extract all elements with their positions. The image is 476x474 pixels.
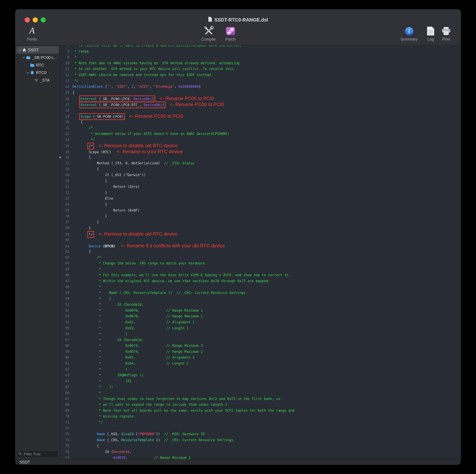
code-segment: () [154,438,164,442]
code-line[interactable]: 11 * to set another _STA method in your … [60,66,461,72]
code-line[interactable]: 38 } [60,225,461,231]
code-line[interactable]: 56 * ) [60,331,461,337]
code-line[interactable]: 10 * Note that due to AWAC systems havin… [60,60,461,66]
code-line[interactable]: 48 * [60,284,461,290]
chevron-down-icon[interactable] [18,49,22,51]
code-line[interactable]: 35 Return (0x0F) [60,207,461,214]
code-segment: (_CRS, [105,438,121,442]
code-line[interactable]: 67 * Though Asus seems to have forgotten… [60,396,461,402]
code-line[interactable]: 47 * Within the original RTC device, we … [60,278,461,284]
code-line[interactable]: 54 * 0x01, // Alignment 1 [60,319,461,325]
summary-label: Summary [401,37,418,42]
splitter-handle[interactable] [59,156,61,158]
code-line[interactable]: 23 */ [60,137,461,143]
chevron-down-icon[interactable] [22,56,26,59]
code-line[interactable]: 20 { [60,119,461,125]
code-line[interactable]: 61 * 0x04, // Length 2 [60,361,461,367]
code-line[interactable]: 57 * IO (Decode16, [60,337,461,343]
line-number: 73 [60,431,72,437]
code-line[interactable]: 65 * }) [60,384,461,390]
code-line[interactable]: 36 } [60,213,461,219]
sidebar-item-sb-pc00-l[interactable]: _SB.PC00.L... [16,54,59,61]
code-line[interactable]: 33 Else [60,196,461,202]
code-line[interactable]: 37 } [60,219,461,225]
code-line[interactable]: 53 * 0x0070, // Range Maximum 1 [60,313,461,319]
sidebar-item-rtc0[interactable]: RTC0 [16,69,59,76]
code-line[interactable]: 52 * 0x0070, // Range Minimum 1 [60,308,461,314]
sidebar-item-sta[interactable]: _STA [16,76,59,84]
code-line[interactable]: 27 Method (_STA, 0, NotSerialized) // _S… [60,160,461,166]
code-line[interactable]: 31 Return (Zero) [60,184,461,190]
code-line[interactable]: 9 * [60,54,461,60]
code-segment: "PNP0B00" [138,432,156,436]
code-line[interactable]: 13 */ [60,78,461,84]
code-line[interactable]: 73 Name (_HID, EisaId ("PNP0B00")) // _H… [60,431,461,437]
code-line[interactable]: 45 * [60,267,461,272]
code-line[interactable]: 74 Name (_CRS, ResourceTemplate () // _C… [60,437,461,443]
print-button[interactable]: Print [432,25,460,42]
code-line[interactable]: 77 0x0070, // Range Minimum 1 [60,455,461,459]
code-line[interactable]: 12 * SSDT-AWAC should be removed and ins… [60,72,461,78]
code-line[interactable]: 24 /*<- Remove to disable old RTC device [60,143,461,149]
code-line[interactable]: 30 { [60,178,461,184]
code-segment: // Range Minimum 1 [154,456,190,459]
code-line[interactable]: 50 * { [60,296,461,302]
code-line[interactable]: 66 * [60,390,461,396]
chevron-down-icon[interactable] [26,71,30,74]
code-line[interactable]: 58 * 0x0074, // Range Minimum 2 [60,343,461,349]
code-line[interactable]: 42 { [60,249,461,255]
code-line[interactable]: 26 { [60,154,461,160]
code-line[interactable]: 29 If (_OSI ("Darwin")) [60,172,461,178]
code-line[interactable]: 16 External (_SB_.PC00.LPC0, DeviceObj)<… [60,96,461,102]
code-line[interactable]: 14DefinitionBlock ("", "SSDT", 2, "ACDT"… [60,84,461,90]
code-line[interactable]: 43 /* [60,254,461,260]
code-line[interactable]: 19 Scope (_SB.PC00.LPC0)<- Rename PC00 t… [60,113,461,119]
code-line[interactable]: 28 { [60,166,461,172]
line-number: 48 [60,284,72,290]
code-line[interactable]: 49 * Name (_CRS, ResourceTemplate () // … [60,290,461,296]
sidebar-item-rtc[interactable]: RTC [16,61,59,69]
code-line[interactable]: 40 [60,237,461,243]
code-line[interactable]: 60 * 0x01, // Alignment 2 [60,355,461,361]
code-segment: "SSDT" [115,85,127,88]
code-line[interactable]: 44 * Change the below _CRS range to matc… [60,260,461,267]
code-line[interactable]: 59 * 0x0074, // Range Maximum 2 [60,349,461,355]
code-line[interactable]: 46 * For this example, we'll use the Asu… [60,272,461,278]
code-line[interactable]: 68 * we'll want to expand the range to i… [60,402,461,408]
annotation-box: External (_SB_.PC00.LPC0.RTC_, DeviceObj… [81,103,164,107]
code-line[interactable]: 62 * ) [60,367,461,372]
code-line[interactable]: 39 */<- Remove to disable old RTC device [60,231,461,237]
code-line[interactable]: 63 * IRQNoFlags () [60,372,461,378]
code-line[interactable]: 15{ [60,90,461,96]
code-line[interactable]: 70 * missing regions. [60,413,461,420]
patch-button[interactable]: Patch [217,25,244,42]
code-line[interactable]: 69 * Note that not all boards will be th… [60,408,461,414]
code-line[interactable]: 8 * range. [60,49,461,54]
fonts-button[interactable]: A Fonts [18,25,46,42]
code-line[interactable]: 34 { [60,202,461,207]
code-segment: * missing regions. [72,414,136,418]
line-number: 29 [60,172,72,178]
code-line[interactable]: 32 } [60,190,461,196]
code-segment: * { [72,297,111,301]
code-line[interactable]: 76 IO (Decode16, [60,449,461,455]
code-line[interactable]: 7 * To resolve this, we'll want to creat… [60,45,461,49]
code-line[interactable]: 64 * {8} [60,378,461,384]
code-line[interactable]: 55 * 0x02, // Length 1 [60,325,461,331]
code-line[interactable]: 18 [60,107,461,113]
code-line[interactable]: 17 External (_SB_.PC00.LPC0.RTC_, Device… [60,102,461,107]
code-line[interactable]: 41 Device (RTC0)<- Rename if it conflict… [60,243,461,249]
filter-tree-input[interactable] [23,452,57,457]
line-number: 19 [60,114,72,120]
code-editor[interactable]: 7 * To resolve this, we'll want to creat… [60,45,461,459]
code-line[interactable]: 75 { [60,443,461,449]
code-line[interactable]: 72 [60,425,461,431]
sidebar-item-ssdt[interactable]: SSDT [16,46,59,54]
code-line[interactable]: 71 */ [60,420,461,425]
code-line[interactable]: 21 /* [60,125,461,131]
code-line[interactable]: 22 * Uncomment below if your ACPI doesn'… [60,131,461,137]
code-line[interactable]: 51 * IO (Decode16, [60,302,461,308]
filter-field[interactable] [17,451,58,457]
line-number: 23 [60,137,72,143]
code-line[interactable]: 25 Scope (RTC)<- Rename to your RTC devi… [60,149,461,155]
